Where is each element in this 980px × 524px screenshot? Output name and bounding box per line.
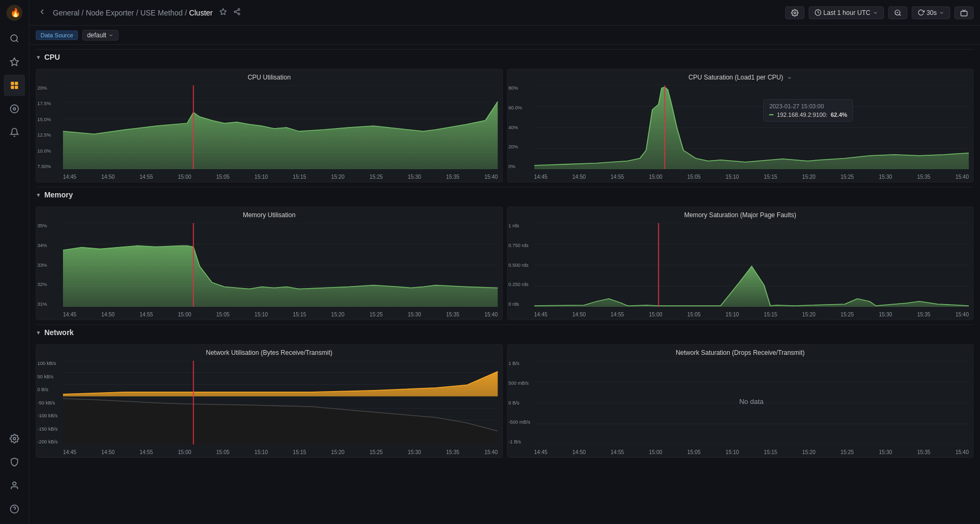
svg-point-11 [13, 438, 16, 440]
star-icon[interactable] [219, 8, 227, 17]
svg-marker-47 [63, 246, 498, 307]
panel-memory-saturation-chart: 1 rds0.750 rds0.500 rds0.250 rds0 rds 14… [508, 221, 974, 320]
panel-cpu-utilisation-chart: 20%17.5%15.0%12.5%10.0%7.50% 14:4514:501… [36, 83, 502, 182]
x-axis-net-sat: 14:4514:5014:5515:0015:0515:1015:1515:20… [534, 449, 969, 455]
network-utilisation-svg [63, 361, 498, 444]
svg-point-18 [238, 13, 240, 15]
svg-line-19 [236, 12, 238, 13]
breadcrumb-cluster[interactable]: Cluster [189, 9, 212, 17]
x-axis-mem-sat: 14:4514:5014:5515:0015:0515:1015:1515:20… [534, 312, 969, 317]
sidebar-item-dashboards[interactable] [4, 75, 25, 96]
topbar-right: Last 1 hour UTC 30s [785, 6, 974, 19]
memory-utilisation-svg [63, 223, 498, 307]
panel-memory-saturation: Memory Saturation (Major Page Faults) [507, 207, 974, 320]
svg-point-10 [13, 108, 16, 110]
svg-point-9 [11, 105, 19, 113]
breadcrumb-use-method[interactable]: USE Method [140, 9, 183, 17]
svg-rect-26 [961, 11, 967, 16]
svg-point-2 [11, 35, 17, 41]
svg-rect-7 [11, 86, 14, 89]
refresh-interval-label: 30s [927, 9, 937, 17]
x-axis-mem-util: 14:4514:5014:5515:0015:0515:1015:1515:20… [63, 312, 498, 317]
sidebar-item-shield[interactable] [4, 451, 25, 473]
sidebar-collapse-button[interactable] [36, 5, 49, 20]
svg-marker-33 [63, 101, 498, 169]
refresh-button[interactable]: 30s [912, 6, 950, 19]
panel-network-saturation-title: Network Saturation (Drops Receive/Transm… [508, 345, 974, 359]
panel-memory-utilisation-title: Memory Utilisation [36, 207, 502, 221]
sidebar-item-help[interactable] [4, 498, 25, 520]
sidebar-item-user[interactable] [4, 475, 25, 496]
sub-topbar: Data Source default [29, 26, 980, 45]
sidebar-item-search[interactable] [4, 28, 25, 49]
main-content: General / Node Exporter / USE Method / C… [29, 0, 980, 524]
sidebar-item-explore[interactable] [4, 98, 25, 120]
zoom-out-button[interactable] [888, 6, 907, 19]
y-axis-net-util: 100 kB/s50 kB/s0 B/s-50 kB/s-100 kB/s-15… [37, 361, 58, 444]
section-network-header[interactable]: ▼ Network [36, 324, 974, 340]
dashboard-content: ▼ CPU CPU Utilisation [29, 45, 980, 524]
cpu-utilisation-svg [63, 85, 498, 169]
breadcrumb-node-exporter[interactable]: Node Exporter [86, 9, 134, 17]
panel-cpu-utilisation-title: CPU Utilisation [36, 69, 502, 83]
panel-network-utilisation-chart: 100 kB/s50 kB/s0 B/s-50 kB/s-100 kB/s-15… [36, 359, 502, 457]
section-cpu-label: CPU [44, 53, 60, 61]
y-axis-mem-util: 35%34%33%32%31% [37, 223, 47, 307]
time-range-label: Last 1 hour UTC [824, 9, 871, 17]
share-icon[interactable] [233, 8, 241, 17]
topbar: General / Node Exporter / USE Method / C… [29, 0, 980, 26]
y-axis-cpu-sat: 80%60.0%40%20%0% [509, 85, 523, 169]
panel-memory-saturation-title: Memory Saturation (Major Page Faults) [508, 207, 974, 221]
svg-marker-64 [63, 371, 498, 396]
sidebar: 🔥 [0, 0, 29, 524]
network-panels-row: Network Utilisation (Bytes Receive/Trans… [36, 344, 974, 458]
svg-rect-6 [15, 82, 18, 85]
sidebar-item-starred[interactable] [4, 51, 25, 73]
panel-cpu-utilisation: CPU Utilisation [36, 69, 503, 182]
svg-marker-4 [11, 58, 19, 66]
panel-cpu-saturation: CPU Saturation (Load1 per CPU) 2023-01-2… [507, 69, 974, 182]
panel-network-saturation-chart: 1 B/s500 mB/s0 B/s-500 mB/s-1 B/s No dat… [508, 359, 974, 457]
section-memory-label: Memory [44, 190, 73, 199]
sidebar-item-settings[interactable] [4, 428, 25, 449]
cpu-panels-row: CPU Utilisation [36, 69, 974, 182]
breadcrumb-general[interactable]: General [53, 9, 80, 17]
section-memory-header[interactable]: ▼ Memory [36, 187, 974, 202]
cpu-saturation-svg [534, 85, 969, 169]
sidebar-item-alerting[interactable] [4, 122, 25, 143]
panel-cpu-saturation-chart: 2023-01-27 15:03:00 192.168.49.2:9100: 6… [508, 83, 974, 182]
svg-line-3 [16, 40, 18, 42]
time-range-button[interactable]: Last 1 hour UTC [809, 6, 884, 19]
no-data-container: No data [534, 359, 969, 444]
x-axis-cpu-util: 14:4514:5014:5515:0015:0515:1015:1515:20… [63, 174, 498, 180]
x-axis-cpu-sat: 14:4514:5014:5515:0015:0515:1015:1515:20… [534, 174, 969, 180]
svg-marker-40 [534, 87, 969, 169]
svg-point-16 [238, 9, 240, 11]
svg-line-24 [899, 14, 900, 15]
y-axis-net-sat: 1 B/s500 mB/s0 B/s-500 mB/s-1 B/s [509, 361, 531, 444]
section-network-label: Network [44, 328, 74, 337]
panel-network-utilisation: Network Utilisation (Bytes Receive/Trans… [36, 344, 503, 458]
panel-cpu-saturation-title: CPU Saturation (Load1 per CPU) [508, 69, 974, 83]
svg-point-21 [794, 12, 796, 14]
dashboard-settings-button[interactable] [785, 6, 804, 19]
datasource-select[interactable]: default [82, 30, 118, 41]
section-cpu-header[interactable]: ▼ CPU [36, 49, 974, 65]
svg-rect-5 [11, 82, 14, 85]
panel-memory-utilisation-chart: 35%34%33%32%31% 14:4514:5014:5515:0015:0… [36, 221, 502, 320]
tv-mode-button[interactable] [954, 6, 974, 19]
svg-rect-8 [15, 86, 18, 89]
svg-point-17 [234, 11, 236, 13]
svg-text:🔥: 🔥 [10, 7, 21, 18]
datasource-value: default [87, 31, 106, 39]
memory-panels-row: Memory Utilisation [36, 207, 974, 320]
datasource-label: Data Source [36, 30, 78, 40]
svg-point-12 [13, 482, 16, 485]
memory-saturation-svg [534, 223, 969, 307]
chevron-icon: ▼ [36, 54, 41, 60]
panel-network-saturation: Network Saturation (Drops Receive/Transm… [507, 344, 974, 458]
app-logo[interactable]: 🔥 [6, 4, 23, 21]
chevron-network-icon: ▼ [36, 330, 41, 336]
sidebar-bottom [4, 428, 25, 520]
chevron-memory-icon: ▼ [36, 192, 41, 198]
